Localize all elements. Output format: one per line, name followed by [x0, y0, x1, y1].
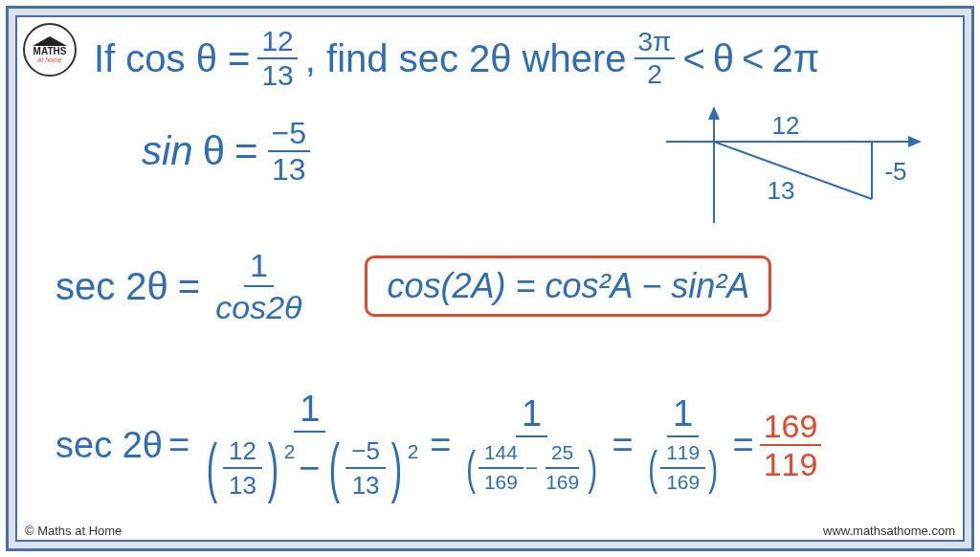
- given-fraction: 12 13: [257, 27, 297, 90]
- range-numerator: 3π: [635, 29, 676, 59]
- logo: MATHS at home: [23, 23, 77, 77]
- calc-eq1: =: [168, 425, 189, 466]
- calc-lhs: sec 2θ: [56, 425, 163, 466]
- sin-fraction: −5 13: [268, 118, 310, 185]
- sin-value: sin θ = −5 13: [142, 118, 310, 185]
- calc-eq4: =: [732, 425, 753, 466]
- range-lt1: <: [682, 37, 704, 80]
- secdef-lhs: sec 2θ: [56, 265, 168, 308]
- calc-c2-den: 169: [540, 469, 585, 495]
- sec-definition-row: sec 2θ = 1 cos2θ cos(2A) = cos²A − sin²A: [56, 247, 924, 325]
- outer-frame: MATHS at home If cos θ = 12 13 , find se…: [6, 6, 974, 551]
- diagram-adjacent: 12: [772, 111, 800, 140]
- calc-one-1: 1: [294, 389, 325, 433]
- logo-subtitle: at home: [37, 56, 61, 63]
- range-end: 2π: [771, 37, 819, 80]
- sin-numerator: −5: [268, 118, 310, 152]
- ans-num: 169: [760, 410, 822, 446]
- calc-step2: 1 ( 144 169 − 25 169 ): [457, 393, 607, 497]
- secdef-num: 1: [244, 247, 274, 287]
- calc-one-2: 1: [516, 393, 547, 437]
- calc-step3: 1 ( 119 169 ): [639, 393, 727, 497]
- calc-b-den: 13: [346, 469, 386, 500]
- calc-b-num: −5: [345, 436, 386, 469]
- problem-prefix: If cos θ =: [94, 37, 250, 80]
- given-denominator: 13: [257, 59, 297, 90]
- calc-c2-num: 25: [546, 441, 579, 469]
- footer-url: www.mathsathome.com: [823, 524, 955, 538]
- range-lt2: <: [742, 37, 764, 80]
- calc-one-3: 1: [667, 393, 699, 437]
- calc-d-num: 119: [660, 441, 705, 469]
- calc-step2-den: ( 144 169 − 25 169 ): [457, 437, 607, 497]
- diagram-opposite: -5: [884, 157, 906, 186]
- secdef-eq: =: [178, 265, 200, 308]
- calc-d-den: 169: [660, 469, 705, 495]
- calc-sq2: 2: [408, 442, 419, 462]
- calc-answer: 169 119: [760, 410, 822, 480]
- diagram-hypotenuse: 13: [768, 176, 795, 205]
- inner-frame: MATHS at home If cos θ = 12 13 , find se…: [15, 15, 965, 542]
- calc-minus2: −: [525, 457, 538, 479]
- calc-sq1: 2: [284, 442, 296, 462]
- footer: © Maths at Home www.mathsathome.com: [25, 524, 955, 538]
- calc-eq3: =: [612, 425, 633, 466]
- footer-copyright: © Maths at Home: [25, 524, 122, 538]
- sin-eq: =: [234, 128, 258, 174]
- axes-svg: 12 -5 13: [657, 103, 924, 228]
- ans-den: 119: [760, 446, 822, 480]
- calc-c1-num: 144: [479, 441, 523, 469]
- logo-brand: MATHS: [33, 47, 67, 56]
- sin-denominator: 13: [268, 152, 310, 185]
- secdef-den: cos2θ: [210, 287, 307, 325]
- range-fraction: 3π 2: [635, 29, 676, 88]
- axes-diagram: 12 -5 13: [657, 103, 924, 228]
- calc-eq2: =: [430, 425, 451, 466]
- sin-var: θ: [203, 128, 225, 174]
- calc-step1-den: ( 12 13 ) 2 − ( −5 13 ) 2: [195, 433, 424, 501]
- calc-a-num: 12: [223, 436, 262, 469]
- calc-c1-den: 169: [479, 469, 523, 495]
- given-numerator: 12: [257, 27, 297, 59]
- calc-step1: 1 ( 12 13 ) 2 − ( −5 13 ) 2: [195, 389, 424, 501]
- calc-step3-den: ( 119 169 ): [639, 437, 727, 497]
- problem-mid: , find sec 2θ where: [305, 37, 627, 80]
- sin-label: sin: [142, 128, 193, 174]
- identity-box: cos(2A) = cos²A − sin²A: [365, 256, 771, 317]
- secdef-fraction: 1 cos2θ: [210, 247, 307, 325]
- calc-minus1: −: [299, 450, 320, 486]
- range-var: θ: [713, 37, 734, 80]
- range-denominator: 2: [643, 59, 666, 88]
- calc-a-den: 13: [223, 469, 262, 500]
- logo-roof-icon: [33, 36, 67, 46]
- problem-statement: If cos θ = 12 13 , find sec 2θ where 3π …: [94, 27, 944, 90]
- sec-definition: sec 2θ = 1 cos2θ: [56, 247, 307, 325]
- calculation-row: sec 2θ = 1 ( 12 13 ) 2 − ( −5 13: [56, 389, 934, 501]
